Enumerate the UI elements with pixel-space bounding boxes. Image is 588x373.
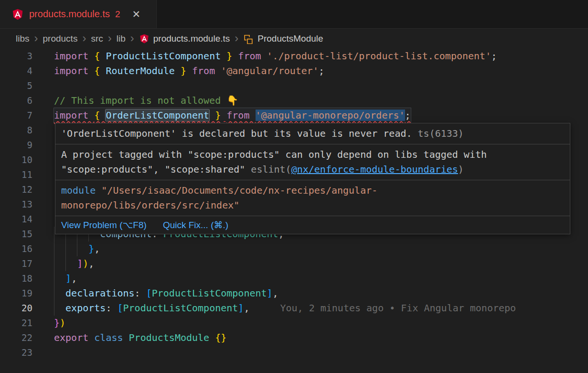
tab-close-icon[interactable]: ✕	[132, 9, 141, 19]
line-number[interactable]: 23	[0, 345, 32, 360]
quick-fix-link[interactable]: Quick Fix... (⌘.)	[163, 219, 228, 230]
view-problem-link[interactable]: View Problem (⌥F8)	[61, 219, 147, 230]
line-number[interactable]: 6	[0, 93, 32, 108]
breadcrumb-item-file[interactable]: products.module.ts	[139, 33, 230, 44]
line-number[interactable]: 20	[0, 301, 32, 316]
code-token: ProductListComponent	[123, 302, 238, 314]
code-token: class	[94, 332, 128, 343]
hover-ts-message: 'OrderListComponent' is declared but its…	[61, 128, 412, 139]
code-content: import { OrderListComponent } from '@ang…	[54, 108, 411, 123]
code-line-4[interactable]: 4import { RouterModule } from '@angular/…	[0, 64, 588, 78]
line-number[interactable]: 3	[0, 49, 32, 64]
tab-products-module[interactable]: products.module.ts 2 ✕	[0, 0, 157, 28]
line-number[interactable]: 22	[0, 330, 32, 345]
code-content: // This import is not allowed 👇	[54, 93, 238, 108]
tab-bar: products.module.ts 2 ✕	[0, 0, 588, 29]
tab-label: products.module.ts	[29, 9, 110, 20]
eslint-rule-link[interactable]: @nx/enforce-module-boundaries	[291, 164, 458, 175]
code-line-3[interactable]: 3import { ProductListComponent } from '.…	[0, 49, 588, 64]
chevron-right-icon: ›	[235, 33, 238, 44]
breadcrumb-item-symbol[interactable]: ProductsModule	[243, 33, 323, 44]
line-number[interactable]: 21	[0, 316, 32, 330]
hover-module-info: module "/Users/isaac/Documents/code/nx-r…	[55, 180, 570, 216]
code-token: export	[54, 332, 94, 343]
code-line-7[interactable]: 7import { OrderListComponent } from '@an…	[0, 108, 588, 123]
breadcrumb: libs › products › src › lib › products.m…	[0, 29, 588, 49]
code-token: ProductListComponent	[152, 287, 267, 299]
line-number[interactable]: 7	[0, 108, 32, 123]
code-token: '@angular/router'	[221, 65, 319, 77]
code-token: ,	[88, 258, 94, 269]
code-token	[65, 241, 77, 256]
code-token: )	[83, 258, 88, 269]
code-token	[54, 271, 65, 286]
line-number[interactable]: 15	[0, 227, 32, 241]
code-content: })	[54, 316, 65, 330]
code-line-19[interactable]: 19 declarations: [ProductListComponent],	[0, 286, 588, 301]
module-path: "/Users/isaac/Documents/code/nx-recipes/…	[61, 185, 377, 211]
code-token: ,	[71, 273, 77, 284]
breadcrumb-item-libs[interactable]: libs	[16, 33, 30, 44]
chevron-right-icon: ›	[82, 33, 86, 44]
code-token: ]	[77, 258, 83, 269]
code-line-18[interactable]: 18 ],	[0, 271, 588, 286]
code-token: :	[135, 287, 146, 299]
code-token: import	[54, 110, 94, 121]
module-code-block: module "/Users/isaac/Documents/code/nx-r…	[61, 183, 391, 213]
code-token: {	[94, 110, 106, 121]
code-token	[54, 256, 65, 271]
line-number[interactable]: 16	[0, 241, 32, 256]
code-line-17[interactable]: 17 ]),	[0, 256, 588, 271]
angular-icon	[139, 33, 150, 44]
code-token	[77, 241, 88, 256]
code-token: }	[88, 243, 94, 254]
code-token: ]	[65, 273, 71, 284]
code-token: ]	[267, 287, 273, 299]
code-line-23[interactable]: 23	[0, 345, 588, 360]
code-token: }	[175, 65, 186, 77]
breadcrumb-item-lib[interactable]: lib	[117, 33, 126, 44]
code-line-20[interactable]: 20 exports: [ProductListComponent],You, …	[0, 301, 588, 316]
breadcrumb-item-products[interactable]: products	[43, 33, 78, 44]
hover-eslint-diagnostic: A project tagged with "scope:products" c…	[55, 144, 570, 180]
code-token: ;	[319, 65, 324, 77]
line-number[interactable]: 9	[0, 138, 32, 153]
line-number[interactable]: 11	[0, 167, 32, 182]
code-token: ;	[405, 110, 411, 121]
code-line-21[interactable]: 21})	[0, 316, 588, 330]
line-number[interactable]: 13	[0, 197, 32, 212]
code-line-5[interactable]: 5	[0, 78, 588, 93]
code-content: import { RouterModule } from '@angular/r…	[54, 64, 324, 78]
code-line-16[interactable]: 16 },	[0, 241, 588, 256]
breadcrumb-item-src[interactable]: src	[91, 33, 103, 44]
code-token	[65, 256, 77, 271]
line-number[interactable]: 10	[0, 153, 32, 167]
code-content: declarations: [ProductListComponent],	[54, 286, 278, 301]
code-token: from	[226, 110, 255, 121]
code-token: // This import is not allowed	[54, 95, 226, 106]
tab-error-badge: 2	[115, 9, 120, 20]
code-token: [	[117, 302, 123, 314]
code-token: '@angular-monorepo/orders'	[256, 110, 405, 121]
code-token: }	[54, 317, 60, 329]
line-number[interactable]: 17	[0, 256, 32, 271]
line-number[interactable]: 8	[0, 123, 32, 138]
module-keyword: module	[61, 185, 96, 196]
line-number[interactable]: 12	[0, 182, 32, 197]
line-number[interactable]: 18	[0, 271, 32, 286]
code-content: },	[54, 241, 100, 256]
code-token	[232, 50, 238, 62]
code-line-22[interactable]: 22export class ProductsModule {}	[0, 330, 588, 345]
line-number[interactable]: 4	[0, 64, 32, 78]
code-token: }	[221, 50, 232, 62]
line-number[interactable]: 14	[0, 212, 32, 227]
code-line-6[interactable]: 6// This import is not allowed 👇	[0, 93, 588, 108]
line-number[interactable]: 5	[0, 78, 32, 93]
hover-ts-diagnostic: 'OrderListComponent' is declared but its…	[55, 123, 570, 144]
code-token	[54, 301, 65, 316]
code-token: ,	[273, 287, 278, 299]
code-token: :	[106, 302, 117, 314]
code-token: from	[192, 65, 221, 77]
chevron-right-icon: ›	[130, 33, 134, 44]
line-number[interactable]: 19	[0, 286, 32, 301]
